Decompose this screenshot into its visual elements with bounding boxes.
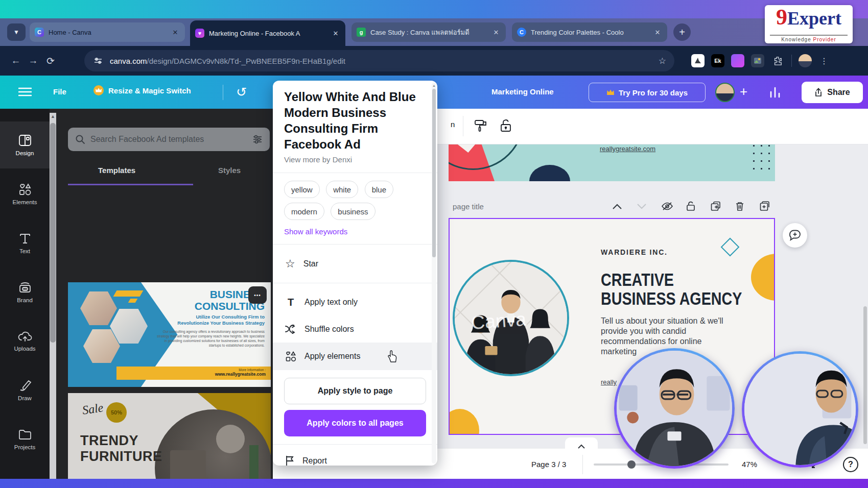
move-page-up-icon[interactable] <box>613 204 624 209</box>
menu-item-apply-elements[interactable]: Apply elements <box>273 343 437 370</box>
extensions-puzzle-icon[interactable] <box>771 54 784 67</box>
menu-item-star[interactable]: ☆ Star <box>273 250 437 278</box>
back-icon[interactable]: ← <box>7 55 25 66</box>
add-comment-button[interactable] <box>783 223 807 248</box>
tab-close-icon[interactable]: ✕ <box>491 29 501 36</box>
tab-styles[interactable]: Styles <box>218 166 241 175</box>
page-indicator[interactable]: Page 3 / 3 <box>531 460 566 469</box>
business-people-photo: Canva <box>455 262 567 374</box>
file-menu-button[interactable]: File <box>53 87 66 96</box>
expand-pages-handle[interactable] <box>565 437 598 449</box>
extension-purple-icon[interactable] <box>731 54 744 67</box>
extension-ek-icon[interactable]: Ek <box>711 54 724 67</box>
page-title-input[interactable]: page title <box>453 202 484 211</box>
prev-circle-outline <box>449 144 524 170</box>
filter-icon[interactable] <box>252 134 263 144</box>
template-thumb-trendy-furniture[interactable]: Sale 50% TRENDY FURNITURE <box>68 393 271 488</box>
tab-templates[interactable]: Templates <box>98 166 135 175</box>
insights-chart-icon[interactable] <box>769 87 781 98</box>
popup-scrollbar-up-arrow[interactable]: ▲ <box>432 83 436 88</box>
extension-photos-icon[interactable] <box>751 54 764 67</box>
delete-page-icon[interactable] <box>735 201 746 211</box>
sidebar-item-elements[interactable]: Elements <box>0 170 50 217</box>
forward-icon[interactable]: → <box>25 55 42 66</box>
sidebar-item-brand[interactable]: co Brand <box>0 269 50 315</box>
design-brand[interactable]: WARDIERE INC. <box>601 248 668 256</box>
keyword-chip[interactable]: yellow <box>284 181 320 198</box>
canvas-scrollbar[interactable] <box>863 306 867 444</box>
bookmark-star-icon[interactable]: ☆ <box>659 56 666 66</box>
design-photo-circle[interactable]: Canva <box>453 260 569 376</box>
popup-divider <box>273 173 437 173</box>
sidebar-item-design[interactable]: Design <box>0 121 50 168</box>
search-input[interactable] <box>90 135 247 144</box>
sidebar-item-uploads[interactable]: Uploads <box>0 318 50 364</box>
tab-case-study[interactable]: g Case Study : Canva แพลตฟอร์มดี ✕ <box>351 22 506 42</box>
keyword-chip[interactable]: modern <box>284 203 324 220</box>
invite-plus-button[interactable]: + <box>740 84 747 100</box>
design-link[interactable]: really <box>601 378 617 386</box>
try-pro-button[interactable]: Try Pro for 30 days <box>589 83 706 102</box>
menu-item-apply-text-only[interactable]: T Apply text only <box>273 288 437 316</box>
tab-home-canva[interactable]: C Home - Canva ✕ <box>30 22 185 42</box>
url-field[interactable]: canva.com/design/DAGMCv9vN8k/Td-_PwBNEEB… <box>84 50 674 71</box>
paint-roller-icon[interactable] <box>474 119 487 133</box>
comment-plus-icon <box>789 230 801 241</box>
diamond-outline-shape[interactable] <box>721 238 740 257</box>
keyword-chip[interactable]: blue <box>365 181 393 198</box>
move-page-down-icon[interactable] <box>637 204 648 209</box>
tab-trending-palettes[interactable]: C Trending Color Palettes - Coolo ✕ <box>512 22 667 42</box>
keyword-chip[interactable]: white <box>326 181 358 198</box>
popup-byline[interactable]: View more by Denxi <box>284 155 352 164</box>
sidebar-item-draw[interactable]: Draw <box>0 367 50 413</box>
hide-page-eye-icon[interactable] <box>662 202 673 210</box>
undo-icon[interactable]: ↺ <box>236 85 247 100</box>
zoom-level[interactable]: 47% <box>742 460 757 469</box>
user-avatar[interactable] <box>715 83 735 102</box>
new-tab-button[interactable]: + <box>673 23 691 41</box>
yellow-blob-shape[interactable] <box>751 254 775 301</box>
show-all-keywords-link[interactable]: Show all keywords <box>284 227 347 236</box>
design-heading-line2[interactable]: BUSINESS AGENCY <box>601 289 742 308</box>
add-page-icon[interactable] <box>760 201 771 211</box>
template-search-box[interactable] <box>68 128 270 151</box>
share-button[interactable]: Share <box>802 82 863 103</box>
browser-menu-kebab-icon[interactable]: ⋮ <box>820 56 829 66</box>
tab-marketing-online-active[interactable]: ♥ Marketing Online - Facebook A ✕ <box>190 20 345 46</box>
tab-close-icon[interactable]: ✕ <box>171 29 180 36</box>
resize-magic-switch-button[interactable]: Resize & Magic Switch <box>93 85 191 96</box>
apply-colors-to-all-pages-button[interactable]: Apply colors to all pages <box>284 410 426 436</box>
context-label-fragment[interactable]: n <box>451 120 455 129</box>
unlock-icon[interactable] <box>500 119 512 133</box>
yellow-corner-shape[interactable] <box>449 409 479 435</box>
scrollbar-up-arrow[interactable]: ▲ <box>50 113 56 120</box>
menu-item-report[interactable]: Report <box>273 447 437 466</box>
menu-item-shuffle-colors[interactable]: Shuffle colors <box>273 315 437 343</box>
extension-shark-icon[interactable] <box>691 54 705 67</box>
apply-style-to-page-button[interactable]: Apply style to page <box>284 378 426 404</box>
document-title[interactable]: Marketing Online <box>491 87 554 96</box>
site-info-icon[interactable] <box>93 56 103 65</box>
browser-profile-avatar[interactable] <box>799 54 812 67</box>
tab-close-icon[interactable]: ✕ <box>331 30 340 37</box>
design-heading-line1[interactable]: CREATIVE <box>601 270 742 289</box>
help-button[interactable]: ? <box>843 457 858 472</box>
keyword-chip[interactable]: business <box>331 203 375 220</box>
tab-search-chevron-button[interactable]: ▼ <box>7 23 26 41</box>
previous-page-bottom[interactable]: reallygreatsite.com <box>449 144 775 181</box>
thumb-options-button[interactable]: ••• <box>248 286 267 304</box>
panel-scrollbar[interactable]: ▲ <box>50 113 56 483</box>
template-thumb-business-consulting[interactable]: BUSINESS CONSULTING Utilize Our Consulti… <box>68 282 271 387</box>
popup-scrollbar-thumb[interactable] <box>432 89 436 257</box>
reload-icon[interactable]: ⟳ <box>42 55 59 67</box>
sidebar-item-text[interactable]: Text <box>0 219 50 266</box>
tab-close-icon[interactable]: ✕ <box>653 29 662 36</box>
popup-scrollbar[interactable]: ▲ <box>432 83 436 463</box>
zoom-slider-thumb[interactable] <box>627 460 636 469</box>
scrollbar-thumb[interactable] <box>50 123 56 343</box>
sidebar-item-projects[interactable]: Projects <box>0 416 50 462</box>
duplicate-page-icon[interactable] <box>711 201 722 211</box>
svg-text:co: co <box>23 287 27 290</box>
hamburger-menu-icon[interactable] <box>18 87 32 97</box>
lock-page-icon[interactable] <box>686 201 697 211</box>
